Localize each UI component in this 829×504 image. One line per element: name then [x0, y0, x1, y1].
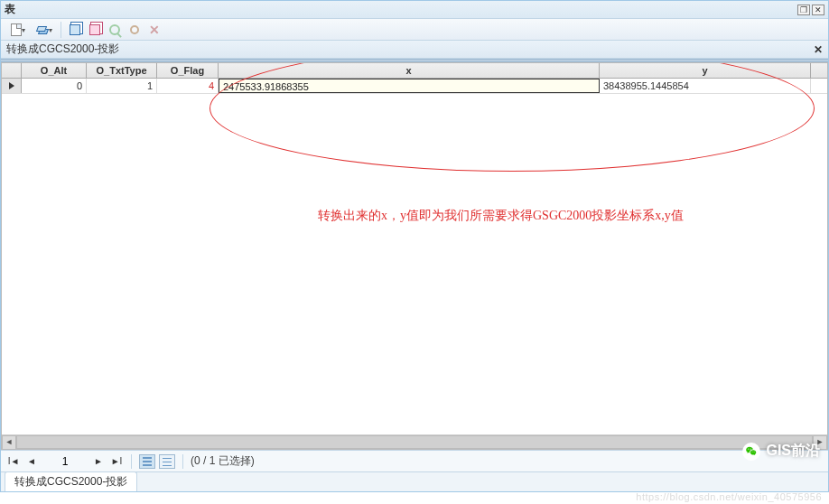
nav-page-input[interactable] — [42, 455, 88, 468]
nav-next-icon[interactable]: ► — [91, 454, 106, 469]
selection-status: (0 / 1 已选择) — [191, 453, 255, 469]
watermark-url: https://blog.csdn.net/weixin_40575956 — [636, 491, 822, 502]
nav-first-icon[interactable]: I◄ — [6, 454, 21, 469]
horizontal-scrollbar[interactable]: ◄ ► — [2, 434, 827, 449]
grid-icon — [143, 457, 152, 466]
current-row-icon — [9, 82, 14, 89]
col-header[interactable]: O_Flag — [157, 63, 219, 78]
list-icon — [163, 457, 172, 466]
col-header[interactable]: y — [600, 63, 811, 78]
layers-dropdown[interactable] — [32, 22, 55, 38]
cell-o-flag[interactable]: 4 — [157, 79, 219, 93]
table-area: O_Alt O_TxtType O_Flag x y 0 1 4 2475533… — [1, 62, 828, 450]
row-header-col — [2, 63, 22, 78]
window: 表 ❐ ✕ ✕ 转换成CGCS2000-投影 ✕ O_Alt O_TxtType… — [0, 0, 829, 492]
window-title: 表 — [5, 2, 15, 17]
col-header[interactable]: x — [219, 63, 600, 78]
nav-separator — [182, 454, 183, 469]
view-all-toggle[interactable] — [139, 454, 155, 469]
cell-o-txttype[interactable]: 1 — [87, 79, 157, 93]
window-controls: ❐ ✕ — [797, 5, 824, 15]
cell-o-alt[interactable]: 0 — [22, 79, 87, 93]
nav-last-icon[interactable]: ►I — [109, 454, 124, 469]
search-icon — [109, 24, 120, 35]
cell-y[interactable]: 38438955.1445854 — [600, 79, 811, 93]
pin-icon — [130, 25, 139, 34]
toolbar-separator — [61, 22, 61, 38]
layers-icon — [37, 24, 50, 35]
scroll-right-icon[interactable]: ► — [813, 435, 827, 450]
new-doc-dropdown[interactable] — [5, 22, 28, 38]
close-icon[interactable]: ✕ — [812, 5, 824, 15]
delete-button[interactable]: ✕ — [146, 22, 163, 38]
tab-close-icon[interactable]: ✕ — [814, 43, 823, 56]
bottom-tabstrip: 转换成CGCS2000-投影 — [1, 471, 828, 491]
tab-label: 转换成CGCS2000-投影 — [6, 42, 119, 57]
copy-icon — [89, 24, 100, 35]
record-navigator: I◄ ◄ ► ►I (0 / 1 已选择) — [1, 450, 828, 471]
x-icon: ✕ — [149, 23, 160, 37]
table-header: O_Alt O_TxtType O_Flag x y — [2, 63, 827, 79]
copy-icon — [70, 24, 80, 35]
titlebar: 表 ❐ ✕ — [1, 1, 828, 19]
copy2-button[interactable] — [87, 22, 103, 38]
copy-button[interactable] — [67, 22, 83, 38]
tabstrip: 转换成CGCS2000-投影 ✕ — [1, 41, 828, 59]
toolbar: ✕ — [1, 19, 828, 41]
col-header[interactable]: O_Alt — [22, 63, 87, 78]
scroll-left-icon[interactable]: ◄ — [2, 435, 16, 450]
scroll-thumb[interactable] — [16, 435, 813, 449]
nav-separator — [131, 454, 132, 469]
col-header[interactable]: O_TxtType — [87, 63, 157, 78]
cell-x[interactable]: 2475533.91868355 — [219, 79, 600, 93]
target-button[interactable] — [126, 22, 143, 38]
restore-icon[interactable]: ❐ — [797, 5, 810, 15]
view-selected-toggle[interactable] — [159, 454, 175, 469]
bottom-tab[interactable]: 转换成CGCS2000-投影 — [5, 471, 137, 491]
table-empty-space — [2, 94, 827, 434]
row-marker — [2, 79, 22, 93]
find-button[interactable] — [107, 22, 123, 38]
table-row[interactable]: 0 1 4 2475533.91868355 38438955.1445854 — [2, 79, 827, 94]
doc-icon — [11, 23, 22, 36]
nav-prev-icon[interactable]: ◄ — [24, 454, 39, 469]
